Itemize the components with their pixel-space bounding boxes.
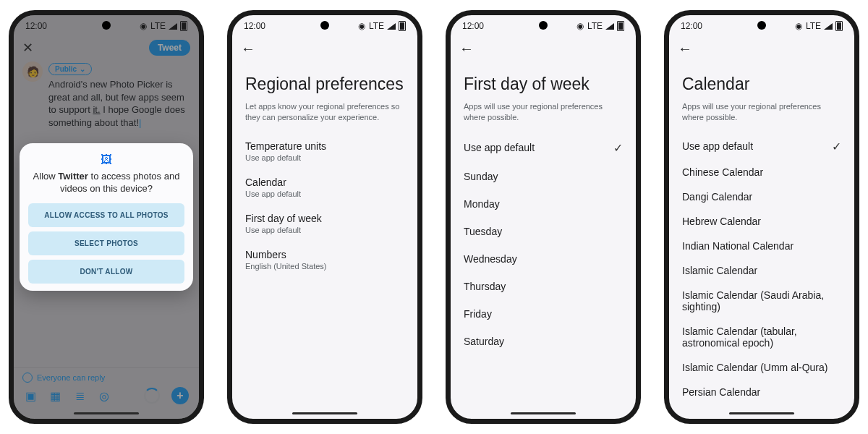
home-indicator[interactable] [729,412,794,414]
option-islamic[interactable]: Islamic Calendar [669,258,854,283]
option-monday[interactable]: Monday [451,190,636,218]
page-subtitle: Apps will use your regional preferences … [669,101,854,133]
status-time: 12:00 [681,21,702,31]
photo-icon: 🖼 [28,153,184,166]
network-label: LTE [806,21,821,31]
home-indicator[interactable] [511,412,576,414]
option-islamic-saudi[interactable]: Islamic Calendar (Saudi Arabia, sighting… [669,283,854,319]
battery-icon [617,21,624,31]
option-persian[interactable]: Persian Calendar [669,380,854,404]
app-bar: ← [669,35,854,61]
pref-calendar[interactable]: Calendar Use app default [232,169,417,205]
dialog-title: Allow Twitter to access photos and video… [28,171,184,195]
wifi-icon: ◉ [794,22,803,30]
home-indicator[interactable] [74,412,139,414]
option-friday[interactable]: Friday [451,300,636,328]
pref-temperature[interactable]: Temperature units Use app default [232,133,417,169]
wifi-icon: ◉ [357,22,366,30]
app-bar: ← [232,35,417,61]
permission-dialog-scrim[interactable]: 🖼 Allow Twitter to access photos and vid… [14,15,199,419]
page-subtitle: Let apps know your regional preferences … [232,101,417,133]
network-label: LTE [369,21,384,31]
option-tuesday[interactable]: Tuesday [451,218,636,245]
option-islamic-tabular[interactable]: Islamic Calendar (tabular, astronomical … [669,319,854,355]
battery-icon [835,21,843,31]
allow-all-button[interactable]: Allow access to all photos [28,203,184,227]
status-time: 12:00 [462,21,484,31]
option-dangi[interactable]: Dangi Calendar [669,184,854,209]
phone-regional-preferences: 12:00 ◉ LTE ← Regional preferences Let a… [227,10,422,424]
page-title: Regional preferences [232,61,417,101]
status-time: 12:00 [244,21,265,31]
camera-hole [102,21,111,30]
option-thursday[interactable]: Thursday [451,273,636,300]
back-icon[interactable]: ← [459,41,474,56]
signal-icon [824,23,833,30]
pref-first-day[interactable]: First day of week Use app default [232,205,417,242]
page-subtitle: Apps will use your regional preferences … [451,101,636,133]
camera-hole [320,21,329,30]
page-title: Calendar [669,61,854,101]
phone-calendar: 12:00 ◉ LTE ← Calendar Apps will use you… [664,10,859,424]
back-icon[interactable]: ← [241,41,255,56]
camera-hole [539,21,548,30]
camera-hole [757,21,766,30]
option-use-default[interactable]: Use app default ✓ [669,133,854,160]
home-indicator[interactable] [292,412,357,414]
wifi-icon: ◉ [576,22,584,30]
option-islamic-umm[interactable]: Islamic Calendar (Umm al-Qura) [669,355,854,380]
option-chinese[interactable]: Chinese Calendar [669,160,854,184]
option-wednesday[interactable]: Wednesday [451,245,636,273]
option-use-default[interactable]: Use app default ✓ [451,133,636,163]
select-photos-button[interactable]: Select photos [28,231,184,255]
check-icon: ✓ [832,140,841,153]
page-title: First day of week [451,61,636,101]
option-hebrew[interactable]: Hebrew Calendar [669,209,854,234]
battery-icon [399,21,406,31]
permission-dialog: 🖼 Allow Twitter to access photos and vid… [20,143,192,292]
phone-twitter-permission: 12:00 ◉ LTE ✕ Tweet 🧑 Public ⌄ Android's… [9,10,204,424]
option-sunday[interactable]: Sunday [451,163,636,190]
back-icon[interactable]: ← [678,41,692,56]
network-label: LTE [587,21,603,31]
signal-icon [605,23,614,30]
app-bar: ← [451,35,636,61]
phone-first-day-of-week: 12:00 ◉ LTE ← First day of week Apps wil… [446,10,641,424]
option-saturday[interactable]: Saturday [451,328,636,355]
dont-allow-button[interactable]: Don't allow [28,260,184,284]
pref-numbers[interactable]: Numbers English (United States) [232,242,417,278]
signal-icon [387,23,396,30]
check-icon: ✓ [613,141,623,155]
option-indian[interactable]: Indian National Calendar [669,234,854,258]
